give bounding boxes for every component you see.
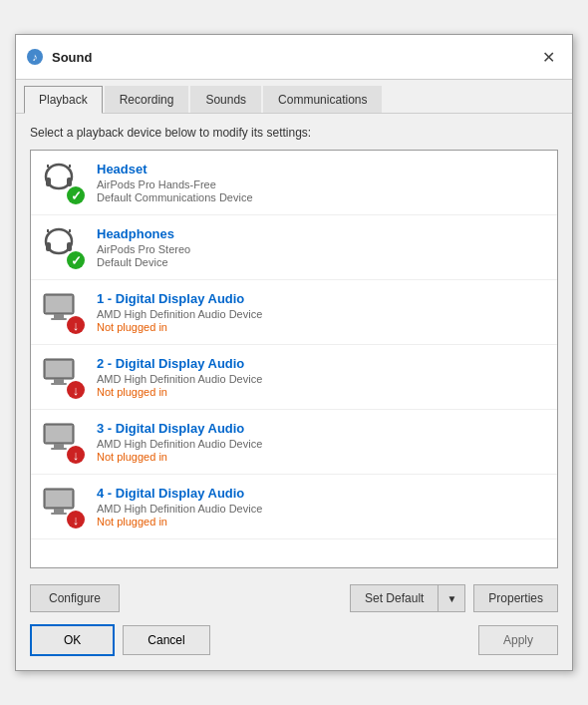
device-item[interactable]: ↓ 2 - Digital Display Audio AMD High Def…: [31, 345, 557, 410]
set-default-wrap: Set Default ▼: [350, 584, 465, 612]
status-badge-check: ✓: [67, 251, 85, 269]
device-item[interactable]: ↓ 1 - Digital Display Audio AMD High Def…: [31, 280, 557, 345]
device-sub: AirPods Pro Stereo: [97, 243, 547, 255]
device-info: 4 - Digital Display Audio AMD High Defin…: [97, 486, 547, 528]
device-info: Headset AirPods Pro Hands-Free Default C…: [97, 162, 547, 203]
close-button[interactable]: ✕: [534, 43, 562, 71]
set-default-arrow-button[interactable]: ▼: [438, 584, 465, 612]
device-info: Headphones AirPods Pro Stereo Default De…: [97, 226, 547, 268]
device-list-container: ✓ Headset AirPods Pro Hands-Free Default…: [30, 150, 558, 568]
status-badge-down: ↓: [67, 511, 85, 529]
sound-icon: ♪: [26, 48, 44, 66]
svg-rect-4: [67, 177, 72, 186]
device-sub: AMD High Definition Audio Device: [97, 308, 547, 320]
svg-rect-8: [46, 242, 51, 251]
svg-rect-15: [51, 318, 67, 320]
svg-rect-27: [51, 513, 67, 515]
device-status: Not plugged in: [97, 386, 547, 398]
device-sub: AMD High Definition Audio Device: [97, 438, 547, 450]
device-info: 3 - Digital Display Audio AMD High Defin…: [97, 421, 547, 463]
svg-rect-23: [51, 448, 67, 450]
content-area: Select a playback device below to modify…: [16, 114, 572, 576]
svg-rect-13: [46, 296, 72, 312]
device-icon-wrap: ↓: [41, 290, 85, 334]
ok-button[interactable]: OK: [30, 624, 115, 656]
window-title: Sound: [52, 50, 534, 65]
device-icon-wrap: ✓: [41, 161, 85, 204]
device-item[interactable]: ✓ Headset AirPods Pro Hands-Free Default…: [31, 151, 557, 215]
svg-rect-17: [46, 361, 72, 377]
status-badge-check: ✓: [67, 186, 85, 204]
device-status: Default Communications Device: [97, 191, 547, 203]
tab-communications[interactable]: Communications: [263, 86, 382, 113]
svg-rect-18: [54, 379, 64, 383]
device-name: 2 - Digital Display Audio: [97, 356, 547, 371]
tab-recording[interactable]: Recording: [105, 86, 189, 113]
set-default-button[interactable]: Set Default: [350, 584, 438, 612]
device-icon-wrap: ↓: [41, 485, 85, 529]
device-name: Headphones: [97, 226, 547, 241]
device-status: Not plugged in: [97, 321, 547, 333]
device-list[interactable]: ✓ Headset AirPods Pro Hands-Free Default…: [31, 151, 557, 567]
status-badge-down: ↓: [67, 446, 85, 464]
apply-button[interactable]: Apply: [478, 625, 558, 655]
device-status: Not plugged in: [97, 451, 547, 463]
properties-button[interactable]: Properties: [473, 584, 558, 612]
action-buttons-row: Configure Set Default ▼ Properties: [16, 576, 572, 620]
svg-rect-26: [54, 509, 64, 513]
device-info: 2 - Digital Display Audio AMD High Defin…: [97, 356, 547, 398]
device-item[interactable]: ↓ 4 - Digital Display Audio AMD High Def…: [31, 475, 557, 539]
svg-text:♪: ♪: [32, 51, 38, 63]
device-status: Default Device: [97, 256, 547, 268]
device-item[interactable]: ✓ Headphones AirPods Pro Stereo Default …: [31, 215, 557, 280]
svg-rect-14: [54, 314, 64, 318]
device-sub: AirPods Pro Hands-Free: [97, 178, 547, 190]
device-name: Headset: [97, 162, 547, 176]
sound-dialog: ♪ Sound ✕ Playback Recording Sounds Comm…: [15, 34, 573, 671]
tab-bar: Playback Recording Sounds Communications: [16, 80, 572, 114]
device-info: 1 - Digital Display Audio AMD High Defin…: [97, 291, 547, 333]
status-badge-down: ↓: [67, 381, 85, 399]
device-name: 3 - Digital Display Audio: [97, 421, 547, 436]
device-item[interactable]: ↓ 3 - Digital Display Audio AMD High Def…: [31, 410, 557, 475]
status-badge-down: ↓: [67, 316, 85, 334]
instruction-text: Select a playback device below to modify…: [30, 126, 558, 140]
title-bar: ♪ Sound ✕: [16, 35, 572, 80]
svg-rect-9: [67, 242, 72, 251]
svg-rect-25: [46, 491, 72, 507]
tab-sounds[interactable]: Sounds: [190, 86, 261, 113]
device-icon-wrap: ✓: [41, 225, 85, 269]
device-name: 4 - Digital Display Audio: [97, 486, 547, 501]
device-icon-wrap: ↓: [41, 420, 85, 464]
configure-button[interactable]: Configure: [30, 584, 120, 612]
cancel-button[interactable]: Cancel: [123, 625, 209, 655]
device-sub: AMD High Definition Audio Device: [97, 503, 547, 515]
tab-playback[interactable]: Playback: [24, 86, 103, 114]
device-sub: AMD High Definition Audio Device: [97, 373, 547, 385]
svg-rect-3: [46, 177, 51, 186]
device-name: 1 - Digital Display Audio: [97, 291, 547, 306]
device-status: Not plugged in: [97, 516, 547, 528]
device-icon-wrap: ↓: [41, 355, 85, 399]
svg-rect-21: [46, 426, 72, 442]
svg-rect-19: [51, 383, 67, 385]
svg-rect-22: [54, 444, 64, 448]
